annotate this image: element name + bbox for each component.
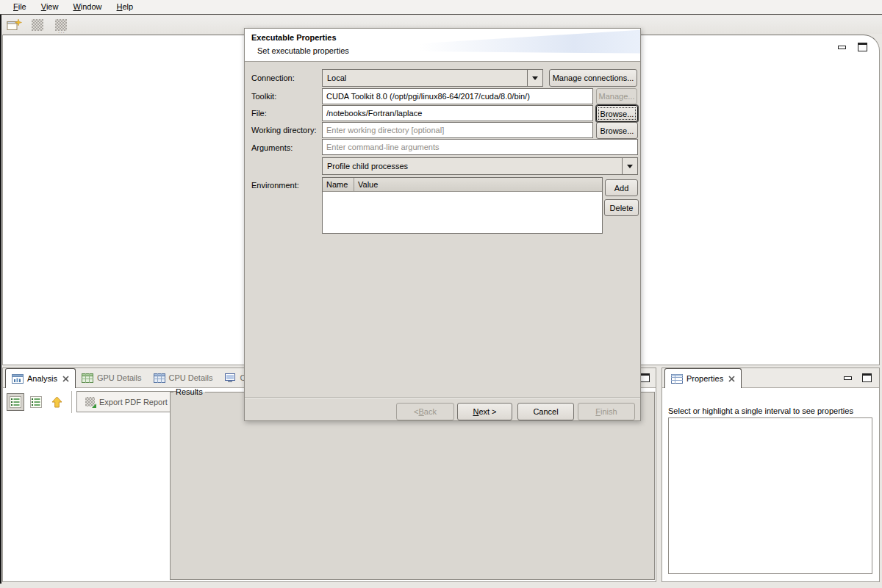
add-button[interactable]: Add [605,179,638,196]
connection-select[interactable]: Local [322,69,543,87]
menu-file[interactable]: File [6,1,34,13]
analysis-mode-button[interactable] [7,393,24,411]
arguments-label: Arguments: [251,143,293,152]
tab-label: CPU Details [169,373,213,382]
next-button[interactable]: Next > [457,403,512,420]
column-header-value[interactable]: Value [354,178,602,191]
tab-analysis[interactable]: Analysis [5,368,76,388]
application-window: { "window": { "menu_items": [ { "label":… [0,0,882,588]
working-directory-input[interactable] [322,122,593,138]
browse-directory-button[interactable]: Browse... [596,122,638,139]
menu-view[interactable]: View [34,1,66,13]
tab-cpu-details[interactable]: CPU Details [148,368,219,387]
gpu-details-icon [82,373,93,383]
menu-bar: File View Window Help [0,0,882,15]
dialog-separator [245,397,640,398]
environment-table-header: Name Value [323,178,602,192]
results-label: Results [173,387,205,396]
back-button: < Back [396,403,454,420]
delete-button[interactable]: Delete [604,199,639,216]
maximize-icon[interactable] [858,43,867,51]
environment-table[interactable]: Name Value [322,177,603,234]
dialog-title: Executable Properties [251,33,337,42]
close-icon[interactable] [62,376,69,382]
tab-label: Analysis [27,374,57,383]
connection-label: Connection: [251,74,295,82]
cancel-button[interactable]: Cancel [517,403,574,420]
cpu-details-icon [154,373,165,383]
new-session-icon [7,18,22,32]
new-session-button[interactable] [5,17,23,32]
connection-value: Local [323,74,527,82]
maximize-icon[interactable] [640,373,650,382]
manage-toolkit-button: Manage... [596,88,637,104]
file-label: File: [251,109,267,118]
toolbar-separator [71,391,72,413]
environment-label: Environment: [251,181,299,190]
finish-button: Finish [578,403,635,420]
browse-file-button[interactable]: Browse... [596,105,638,122]
menu-help[interactable]: Help [110,1,141,13]
tab-label: Properties [686,374,723,383]
disabled-tool-button-1 [29,17,46,32]
export-pdf-icon [85,397,95,406]
window-left-edge [0,15,1,584]
toolkit-label: Toolkit: [251,92,276,101]
minimize-icon[interactable] [844,376,852,380]
minimize-icon[interactable] [838,46,846,49]
overflow-dots: ... [58,28,65,35]
up-arrow-icon [51,396,62,408]
dialog-header: Executable Properties Set executable pro… [245,29,640,62]
arguments-input[interactable] [322,139,638,155]
console-icon [224,373,236,383]
analysis-icon [12,374,24,384]
analysis-list-icon [30,396,42,408]
executable-properties-dialog: Executable Properties Set executable pro… [244,28,641,421]
file-input[interactable] [322,105,593,121]
properties-tabrow: Properties [662,368,879,388]
up-arrow-button[interactable] [48,393,65,411]
properties-icon [671,374,683,384]
dialog-subtitle: Set executable properties [257,46,349,55]
profile-children-value: Profile child processes [323,162,622,171]
properties-message: Select or highlight a single interval to… [668,406,853,415]
analysis-list-icon [10,396,21,408]
export-pdf-report-button[interactable]: Export PDF Report [76,391,176,412]
close-icon[interactable] [728,376,735,382]
working-directory-label: Working directory: [251,126,316,135]
toolkit-input[interactable] [322,88,593,104]
properties-panel: Properties Select or highlight a single … [662,368,880,582]
chevron-down-icon[interactable] [622,158,637,174]
profile-children-select[interactable]: Profile child processes [322,157,638,175]
chevron-down-icon[interactable] [527,70,542,86]
menu-window[interactable]: Window [65,1,109,13]
maximize-icon[interactable] [862,373,872,382]
tab-gpu-details[interactable]: GPU Details [76,368,148,387]
header-gradient [420,29,640,60]
tab-properties[interactable]: Properties [664,368,742,388]
properties-content-box [668,417,872,574]
export-pdf-label: Export PDF Report [99,398,168,406]
tab-label: GPU Details [97,373,142,382]
disabled-tool-button-2: ... [52,17,70,32]
disabled-icon [32,19,43,31]
analysis-list-button[interactable] [27,393,45,411]
manage-connections-button[interactable]: Manage connections... [549,69,637,87]
column-header-name[interactable]: Name [323,178,354,191]
